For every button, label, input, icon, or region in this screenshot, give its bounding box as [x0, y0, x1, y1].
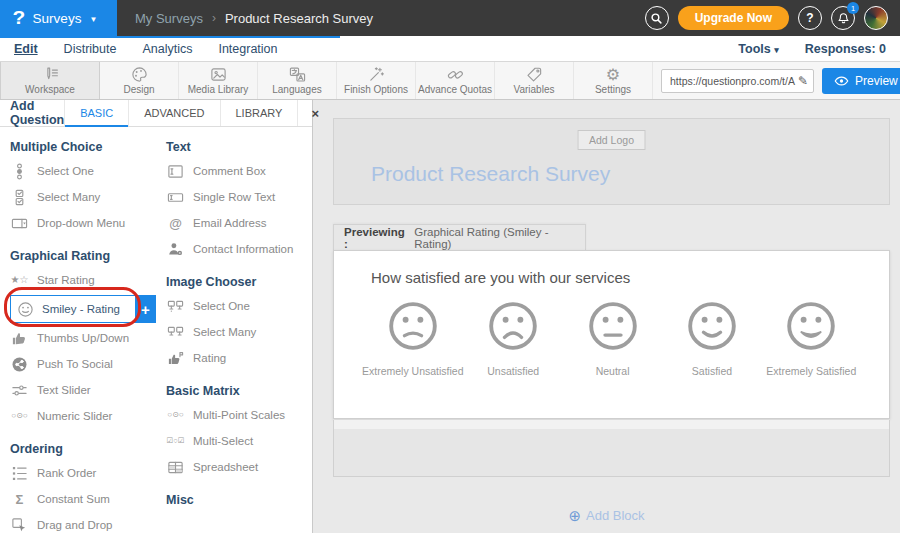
question-type-label: Multi-Point Scales [193, 409, 285, 421]
question-type-select-many[interactable]: Select Many [166, 319, 312, 345]
toolbar-settings[interactable]: ⚙Settings [574, 62, 653, 99]
question-type-select-many[interactable]: Select Many [10, 184, 156, 210]
toolbar-label: Variables [514, 84, 555, 95]
question-type-comment-box[interactable]: Comment Box [166, 158, 312, 184]
avatar[interactable] [864, 6, 888, 30]
question-type-text-slider[interactable]: Text Slider [10, 377, 156, 403]
preview-button[interactable]: Preview [822, 68, 900, 94]
tools-menu[interactable]: Tools ▾ [738, 42, 778, 56]
edit-url-icon[interactable]: ✎ [798, 74, 808, 88]
question-type-label: Select Many [37, 191, 100, 203]
eye-icon [834, 72, 849, 89]
question-type-multi-point-scales[interactable]: ○⊙○Multi-Point Scales [166, 402, 312, 428]
upgrade-now-button[interactable]: Upgrade Now [678, 6, 789, 30]
breadcrumb-my-surveys[interactable]: My Surveys [135, 11, 203, 26]
toolbar-variables[interactable]: Variables [495, 62, 574, 99]
questionpro-logo: ? [12, 7, 25, 29]
question-type-email-address[interactable]: @Email Address [166, 210, 312, 236]
image-many-icon [166, 324, 185, 341]
add-logo-button[interactable]: Add Logo [577, 130, 646, 150]
notifications-button[interactable]: 1 [831, 6, 855, 30]
smiley-option-satisfied[interactable]: Satisfied [662, 301, 761, 377]
question-type-label: Select One [193, 300, 250, 312]
sigma-icon: Σ [10, 491, 29, 508]
section-title-ordering: Ordering [10, 442, 156, 456]
close-panel-button[interactable]: × [297, 100, 332, 126]
question-type-push-to-social[interactable]: Push To Social [10, 351, 156, 377]
smiley-option-extremely-unsatisfied[interactable]: Extremely Unsatisfied [362, 301, 464, 377]
question-type-smiley-rating[interactable]: Smiley - Rating+ [10, 293, 156, 325]
question-type-thumbs-up-down[interactable]: Thumbs Up/Down [10, 325, 156, 351]
question-type-label: Rating [193, 352, 226, 364]
smiley-neutral-icon [588, 301, 638, 355]
help-button[interactable]: ? [798, 6, 822, 30]
question-column-2: TextComment BoxSingle Row Text@Email Add… [156, 127, 312, 533]
smiley-frown-icon [488, 301, 538, 355]
breadcrumb-separator: › [212, 11, 216, 25]
toolbar-advance-quotas[interactable]: Advance Quotas [416, 62, 495, 99]
question-type-star-rating[interactable]: ★☆Star Rating [10, 267, 156, 293]
question-type-multi-select[interactable]: ☑○☑Multi-Select [166, 428, 312, 454]
sliders-icon [10, 382, 29, 399]
nav-tab-analytics[interactable]: Analytics [142, 42, 192, 56]
nav-tab-integration[interactable]: Integration [218, 42, 277, 56]
question-type-label: Rank Order [37, 467, 96, 479]
question-type-label: Contact Information [193, 243, 293, 255]
comment-box-icon [166, 163, 185, 180]
add-question-plus-button[interactable]: + [135, 295, 156, 323]
question-type-spreadsheet[interactable]: Spreadsheet [166, 454, 312, 480]
question-type-numeric-slider[interactable]: ○⊙○Numeric Slider [10, 403, 156, 429]
survey-header-card[interactable]: Add Logo Product Research Survey [333, 118, 890, 205]
plus-circle-icon: ⊕ [568, 507, 581, 524]
survey-url-input[interactable] [670, 75, 798, 87]
nav-tab-distribute[interactable]: Distribute [64, 42, 117, 56]
search-button[interactable] [645, 6, 669, 30]
question-column-1: Multiple ChoiceSelect OneSelect ManyDrop… [0, 127, 156, 533]
smiley-option-neutral[interactable]: Neutral [563, 301, 662, 377]
smiley-option-label: Satisfied [692, 365, 732, 377]
smiley-option-unsatisfied[interactable]: Unsatisfied [464, 301, 563, 377]
panel-tab-basic[interactable]: BASIC [64, 100, 128, 126]
nav-tab-edit[interactable]: Edit [14, 42, 38, 56]
section-title-graphical-rating: Graphical Rating [10, 249, 156, 263]
question-type-label: Text Slider [37, 384, 91, 396]
previewing-label: Previewing : [344, 226, 410, 250]
toolbar-label: Settings [595, 84, 631, 95]
question-type-select-one[interactable]: Select One [10, 158, 156, 184]
advance-quotas-icon [447, 66, 464, 83]
smiley-option-extremely-satisfied[interactable]: Extremely Satisfied [762, 301, 861, 377]
chevron-down-icon: ▾ [774, 45, 779, 55]
question-type-label: Select Many [193, 326, 256, 338]
question-type-drop-down-menu[interactable]: Drop-down Menu [10, 210, 156, 236]
question-type-select-one[interactable]: Select One [166, 293, 312, 319]
question-type-rank-order[interactable]: Rank Order [10, 460, 156, 486]
surveys-product-menu[interactable]: ? Surveys ▼ [0, 0, 117, 36]
question-type-rating[interactable]: Rating [166, 345, 312, 371]
at-icon: @ [166, 215, 185, 232]
smiley-frown-slight-icon [388, 301, 438, 355]
selected-question-type[interactable]: Smiley - Rating+ [10, 295, 156, 323]
toolbar-design[interactable]: Design [100, 62, 179, 99]
toolbar-media-library[interactable]: Media Library [179, 62, 258, 99]
preview-label: Preview [855, 74, 898, 88]
question-panel-tabs: BASICADVANCEDLIBRARY [64, 100, 297, 126]
survey-title[interactable]: Product Research Survey [371, 162, 610, 186]
dropdown-icon [10, 215, 29, 232]
toolbar-finish-options[interactable]: Finish Options [337, 62, 416, 99]
question-type-constant-sum[interactable]: ΣConstant Sum [10, 486, 156, 512]
survey-canvas: Add Logo Product Research Survey Preview… [313, 100, 900, 533]
toolbar-workspace[interactable]: Workspace [0, 62, 100, 99]
thumb-icon [10, 330, 29, 347]
add-block-button[interactable]: ⊕Add Block [313, 507, 900, 525]
section-title-multiple-choice: Multiple Choice [10, 140, 156, 154]
panel-tab-advanced[interactable]: ADVANCED [128, 100, 219, 126]
question-type-single-row-text[interactable]: Single Row Text [166, 184, 312, 210]
question-type-drag-and-drop[interactable]: Drag and Drop [10, 512, 156, 533]
question-type-contact-information[interactable]: Contact Information [166, 236, 312, 262]
toolbar-label: Design [123, 84, 154, 95]
responses-count[interactable]: Responses: 0 [805, 42, 886, 56]
toolbar-label: Languages [272, 84, 322, 95]
question-text[interactable]: How satisfied are you with our services [371, 269, 630, 286]
panel-tab-library[interactable]: LIBRARY [220, 100, 298, 126]
toolbar-languages[interactable]: Languages [258, 62, 337, 99]
